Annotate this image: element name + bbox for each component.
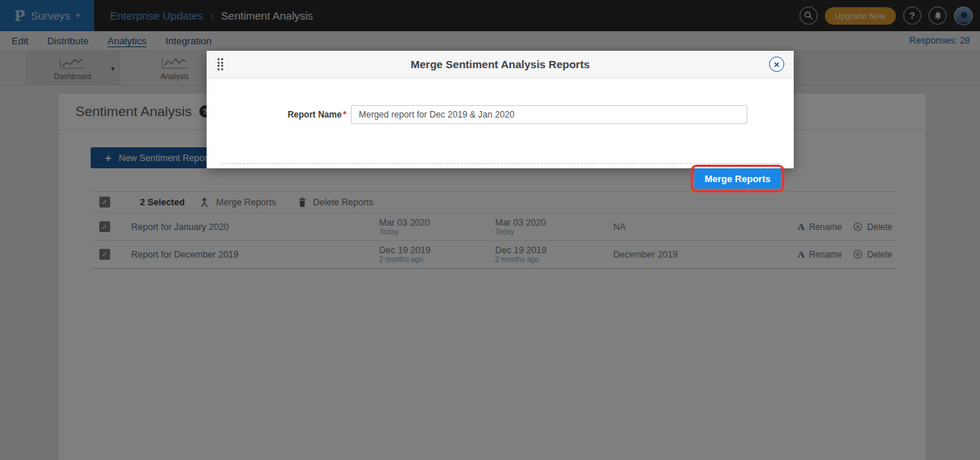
modal-footer-divider	[221, 163, 779, 164]
modal-close-button[interactable]: ✕	[769, 57, 784, 72]
report-name-label: Report Name*	[207, 110, 346, 120]
modal-title: Merge Sentiment Analysis Reports	[410, 58, 589, 70]
merge-reports-modal: Merge Sentiment Analysis Reports ✕ Repor…	[207, 51, 794, 168]
report-name-input[interactable]	[351, 105, 747, 124]
merge-reports-button[interactable]: Merge Reports	[694, 168, 781, 189]
report-name-label-text: Report Name	[288, 110, 342, 120]
drag-handle-icon[interactable]	[217, 58, 223, 70]
modal-header: Merge Sentiment Analysis Reports ✕	[207, 51, 794, 78]
close-icon: ✕	[773, 60, 780, 69]
modal-body: Report Name* Merge Reports	[207, 78, 794, 168]
required-marker: *	[343, 110, 346, 120]
